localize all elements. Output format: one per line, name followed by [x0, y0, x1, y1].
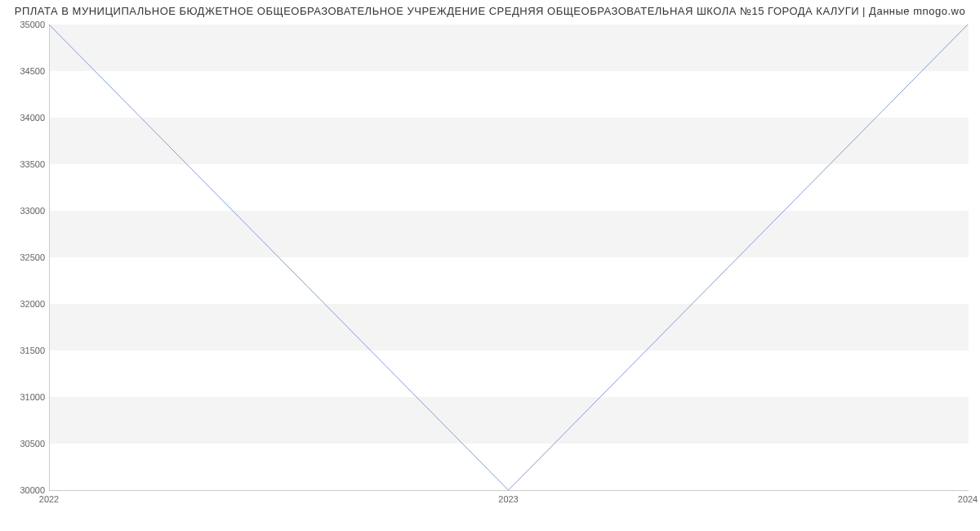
y-tick-label: 33000 [4, 206, 45, 216]
chart-title: РПЛАТА В МУНИЦИПАЛЬНОЕ БЮДЖЕТНОЕ ОБЩЕОБР… [0, 5, 980, 17]
x-tick-label: 2023 [498, 494, 518, 504]
y-tick-label: 34000 [4, 113, 45, 123]
y-tick-label: 33500 [4, 159, 45, 169]
line-series [49, 25, 968, 490]
y-tick-label: 31000 [4, 392, 45, 402]
x-tick-label: 2022 [39, 494, 59, 504]
y-tick-label: 30500 [4, 439, 45, 448]
y-tick-label: 35000 [4, 20, 45, 29]
y-tick-label: 32000 [4, 299, 45, 309]
chart-container: РПЛАТА В МУНИЦИПАЛЬНОЕ БЮДЖЕТНОЕ ОБЩЕОБР… [0, 0, 980, 531]
x-tick-label: 2024 [958, 494, 978, 504]
y-tick-label: 34500 [4, 66, 45, 76]
y-tick-label: 31500 [4, 346, 45, 355]
y-tick-label: 32500 [4, 252, 45, 262]
